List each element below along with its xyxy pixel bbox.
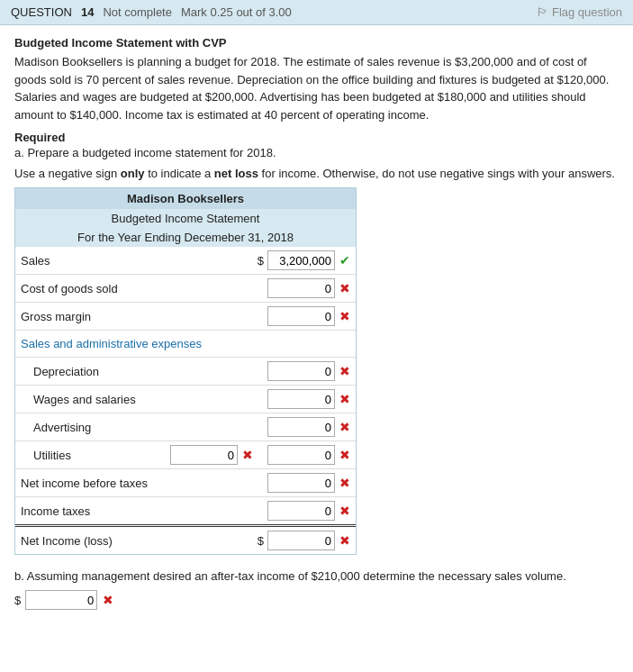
utilities-left-x-icon[interactable]: ✖ [242,448,253,462]
content-area: Budgeted Income Statement with CVP Madis… [0,25,633,621]
utilities-right-input-group: ✖ [267,445,350,465]
depreciation-label: Depreciation [21,365,267,378]
sales-admin-row: Sales and administrative expenses [15,330,356,357]
net-income-before-taxes-x-icon[interactable]: ✖ [339,476,350,490]
question-header: QUESTION 14 Not complete Mark 0.25 out o… [0,0,633,25]
advertising-input[interactable] [267,417,335,437]
flag-question[interactable]: 🏳 Flag question [537,5,622,19]
part-b-input[interactable] [25,590,97,610]
cogs-label: Cost of goods sold [21,282,267,295]
flag-icon: 🏳 [537,5,548,19]
sales-dollar: $ [258,254,264,268]
part-a-label: a. Prepare a budgeted income statement f… [14,146,619,159]
income-taxes-x-icon[interactable]: ✖ [339,504,350,518]
utilities-label: Utilities [21,449,170,462]
advertising-row: Advertising ✖ [15,413,356,440]
cogs-input-group: ✖ [267,278,350,298]
advertising-label: Advertising [21,421,267,434]
advertising-input-group: ✖ [267,417,350,437]
sales-label: Sales [21,254,258,268]
sales-check-icon: ✔ [339,253,350,268]
gross-margin-input-group: ✖ [267,306,350,326]
utilities-right-x-icon[interactable]: ✖ [339,448,350,462]
net-income-input[interactable] [267,531,335,550]
net-income-row: Net Income (loss) $ ✖ [15,524,356,554]
depreciation-input-group: ✖ [267,361,350,381]
net-income-input-group: $ ✖ [258,531,350,550]
part-b-input-row: $ ✖ [14,590,619,610]
wages-row: Wages and salaries ✖ [15,385,356,413]
advertising-x-icon[interactable]: ✖ [339,420,350,434]
sales-input[interactable] [267,250,335,270]
question-mark: Mark 0.25 out of 3.00 [181,5,292,19]
net-income-label: Net Income (loss) [21,534,258,548]
only-emphasis: only [121,167,145,180]
gross-margin-label: Gross margin [21,310,267,323]
income-taxes-input[interactable] [267,501,335,521]
question-number: 14 [81,5,94,19]
utilities-right-input[interactable] [267,445,335,465]
income-taxes-input-group: ✖ [267,501,350,521]
table-body: Sales $ ✔ Cost of goods sold ✖ [15,247,356,554]
net-income-x-icon[interactable]: ✖ [339,533,350,548]
wages-input-group: ✖ [267,389,350,409]
net-income-dollar: $ [258,534,264,548]
gross-margin-input[interactable] [267,306,335,326]
flag-label: Flag question [552,5,622,19]
utilities-left-input[interactable] [170,445,238,465]
net-loss-emphasis: net loss [214,167,258,180]
income-taxes-label: Income taxes [21,504,267,518]
description: Madison Booksellers is planning a budget… [14,53,619,123]
required-label: Required [14,131,619,144]
wages-label: Wages and salaries [21,393,267,406]
cogs-x-icon[interactable]: ✖ [339,281,350,295]
sales-admin-label: Sales and administrative expenses [21,337,350,350]
depreciation-input[interactable] [267,361,335,381]
sales-input-group: $ ✔ [258,250,350,270]
question-label: QUESTION [11,5,72,19]
utilities-row: Utilities ✖ ✖ [15,440,356,468]
utilities-left-input-group: ✖ [170,445,253,465]
table-statement: Budgeted Income Statement [15,209,356,228]
part-b-x-icon[interactable]: ✖ [103,593,113,607]
section-title: Budgeted Income Statement with CVP [14,36,619,50]
wages-x-icon[interactable]: ✖ [339,392,350,406]
sales-row: Sales $ ✔ [15,247,356,274]
table-period: For the Year Ending Decemeber 31, 2018 [15,228,356,247]
wages-input[interactable] [267,389,335,409]
page: QUESTION 14 Not complete Mark 0.25 out o… [0,0,633,672]
income-taxes-row: Income taxes ✖ [15,496,356,524]
net-income-before-taxes-row: Net income before taxes ✖ [15,468,356,496]
income-statement-table: Madison Booksellers Budgeted Income Stat… [14,187,357,555]
net-income-before-taxes-label: Net income before taxes [21,477,267,490]
cogs-row: Cost of goods sold ✖ [15,274,356,302]
net-income-before-taxes-input[interactable] [267,473,335,493]
part-b-section: b. Assuming management desired an after-… [14,569,619,610]
cogs-input[interactable] [267,278,335,298]
gross-margin-row: Gross margin ✖ [15,302,356,330]
part-b-dollar: $ [14,594,21,607]
table-company: Madison Booksellers [15,188,356,209]
depreciation-x-icon[interactable]: ✖ [339,364,350,378]
gross-margin-x-icon[interactable]: ✖ [339,309,350,323]
depreciation-row: Depreciation ✖ [15,357,356,385]
question-status: Not complete [103,5,172,19]
instruction-text: Use a negative sign only to indicate a n… [14,167,619,180]
part-b-instruction: b. Assuming management desired an after-… [14,569,619,583]
net-income-before-taxes-input-group: ✖ [267,473,350,493]
